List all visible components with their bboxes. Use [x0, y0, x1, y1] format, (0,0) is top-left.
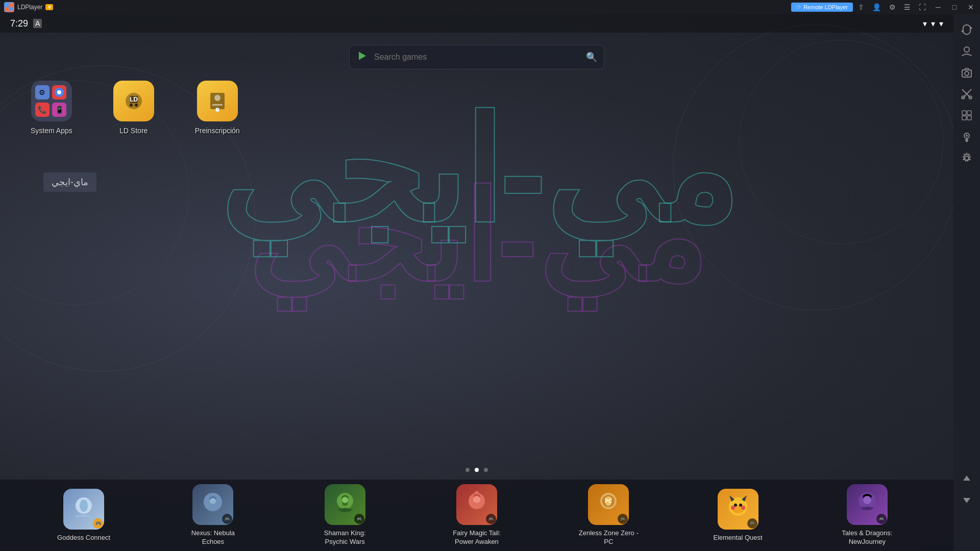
- app-title: LDPlayer: [17, 4, 42, 11]
- menu-icon[interactable]: ☰: [901, 3, 914, 11]
- shaman-badge: 🎮: [354, 514, 364, 524]
- signal-icon: ▾: [931, 19, 935, 29]
- zenless-label: Zenless Zone Zero -PC: [575, 529, 642, 546]
- svg-marker-60: [963, 498, 970, 503]
- tales-dragons-app[interactable]: 🎮 Tales & Dragons: NewJourney: [834, 484, 900, 546]
- goddess-connect-app[interactable]: 🎮 Goddess Connect: [53, 489, 114, 542]
- goddess-connect-badge: 🎮: [93, 518, 103, 529]
- sys-app-phone: 📞: [35, 103, 50, 117]
- right-sidebar: [953, 14, 980, 551]
- svg-point-39: [731, 506, 735, 510]
- sidebar-expand-down-icon[interactable]: [957, 490, 977, 510]
- sidebar-scissors-icon[interactable]: [957, 84, 977, 104]
- svg-point-27: [473, 496, 480, 503]
- sidebar-person-icon[interactable]: [957, 41, 977, 61]
- svg-marker-44: [961, 29, 964, 33]
- svg-point-37: [734, 504, 737, 507]
- sidebar-sync-icon[interactable]: [957, 19, 977, 40]
- titlebar-right: ⟳ Remote LDPlayer ⇧ 👤 ⚙ ☰ ⛶ ─ □ ✕: [791, 0, 980, 14]
- svg-point-13: [130, 104, 133, 107]
- sys-app-extra: 📱: [52, 103, 66, 117]
- search-icon[interactable]: 🔍: [586, 52, 597, 63]
- search-input[interactable]: [349, 45, 604, 69]
- search-bar: 🔍: [349, 45, 604, 69]
- app-grid: ⚙ 📞 📱 System Apps: [31, 81, 240, 135]
- sidebar-camera-icon[interactable]: [957, 62, 977, 83]
- svg-rect-1: [10, 4, 13, 7]
- settings-icon[interactable]: ⚙: [886, 3, 899, 11]
- preinscripcion-icon[interactable]: 🕐 Preinscripción: [195, 81, 240, 135]
- nexus-nebula-app[interactable]: 🎮 Nexus: Nebula Echoes: [180, 484, 246, 546]
- svg-rect-3: [10, 8, 13, 11]
- android-statusbar: 7:29 A ▾ ▾ ▾: [0, 14, 953, 33]
- svg-rect-2: [6, 8, 9, 11]
- page-dot-1[interactable]: [465, 468, 470, 472]
- svg-text:PC: PC: [605, 498, 612, 504]
- svg-point-7: [739, 40, 943, 244]
- shaman-king-app[interactable]: 🎮 Shaman King: Psychic Wars: [312, 484, 378, 546]
- titlebar-left: LDPlayer 9: [0, 2, 53, 12]
- elemental-label: Elemental Quest: [713, 534, 762, 542]
- maximize-button[interactable]: □: [947, 0, 962, 14]
- svg-rect-53: [967, 111, 971, 115]
- goddess-connect-label: Goddess Connect: [57, 534, 110, 542]
- ld-store-label: LD Store: [119, 127, 148, 135]
- svg-rect-55: [967, 116, 971, 120]
- svg-rect-0: [6, 4, 9, 7]
- app-version-badge: 9: [45, 4, 53, 10]
- status-time: 7:29: [10, 18, 28, 29]
- svg-marker-43: [970, 26, 972, 30]
- page-dot-3[interactable]: [484, 468, 488, 472]
- svg-text:🕐: 🕐: [215, 107, 220, 112]
- battery-icon: ▾: [939, 19, 943, 29]
- elemental-quest-app[interactable]: 🎮 Elemental Quest: [707, 489, 769, 542]
- svg-rect-52: [962, 111, 966, 115]
- svg-point-17: [214, 95, 220, 101]
- svg-point-57: [966, 135, 968, 137]
- status-right-icons: ▾ ▾ ▾: [923, 19, 943, 29]
- emulator-screen: مي-ايجي مي-ايجي 7:29 A ▾ ▾ ▾ 🔍 ⚙: [0, 14, 953, 551]
- svg-point-47: [965, 71, 969, 76]
- fairy-badge: 🎮: [486, 514, 496, 524]
- wifi-icon: ▾: [923, 19, 927, 29]
- remote-ldplayer-button[interactable]: ⟳ Remote LDPlayer: [791, 3, 853, 12]
- system-apps-icon[interactable]: ⚙ 📞 📱 System Apps: [31, 81, 72, 135]
- svg-text:LD: LD: [130, 96, 138, 103]
- svg-point-14: [135, 104, 138, 107]
- svg-point-6: [673, 25, 953, 310]
- svg-point-21: [80, 499, 88, 512]
- tales-badge: 🎮: [876, 514, 887, 524]
- notification-icon: A: [33, 19, 42, 28]
- sidebar-grid-icon[interactable]: [957, 105, 977, 126]
- elemental-badge: 🎮: [747, 518, 757, 529]
- account-icon[interactable]: 👤: [869, 3, 884, 11]
- svg-rect-54: [962, 116, 966, 120]
- svg-point-42: [863, 496, 871, 504]
- svg-rect-18: [212, 104, 223, 106]
- nexus-label: Nexus: Nebula Echoes: [180, 529, 246, 546]
- titlebar: LDPlayer 9 ⟳ Remote LDPlayer ⇧ 👤 ⚙ ☰ ⛶ ─…: [0, 0, 980, 14]
- svg-point-38: [739, 504, 742, 507]
- close-button[interactable]: ✕: [964, 0, 978, 14]
- fairy-magic-app[interactable]: 🎮 Fairy Magic Tail: Power Awaken: [444, 484, 510, 546]
- small-arabic-label: ماي-ايجي: [43, 172, 96, 192]
- svg-point-40: [741, 506, 745, 510]
- share-icon[interactable]: ⇧: [855, 3, 867, 11]
- sidebar-settings-icon[interactable]: [957, 148, 977, 168]
- sidebar-location-icon[interactable]: [957, 127, 977, 147]
- play-store-icon: [356, 51, 368, 64]
- svg-marker-8: [359, 52, 366, 60]
- minimize-button[interactable]: ─: [931, 0, 945, 14]
- page-dot-2[interactable]: [475, 468, 479, 472]
- page-indicator: [465, 468, 488, 472]
- ld-store-icon[interactable]: LD LD Store: [113, 81, 154, 135]
- svg-point-25: [342, 497, 348, 503]
- sys-app-settings: ⚙: [35, 85, 50, 99]
- sys-app-chrome: [52, 85, 66, 99]
- fairy-label: Fairy Magic Tail: Power Awaken: [444, 529, 510, 546]
- sidebar-expand-up-icon[interactable]: [957, 468, 977, 489]
- zenless-zone-app[interactable]: PC 🎮 Zenless Zone Zero -PC: [575, 484, 642, 546]
- resize-icon[interactable]: ⛶: [916, 3, 929, 11]
- shaman-label: Shaman King: Psychic Wars: [312, 529, 378, 546]
- svg-marker-59: [963, 475, 970, 481]
